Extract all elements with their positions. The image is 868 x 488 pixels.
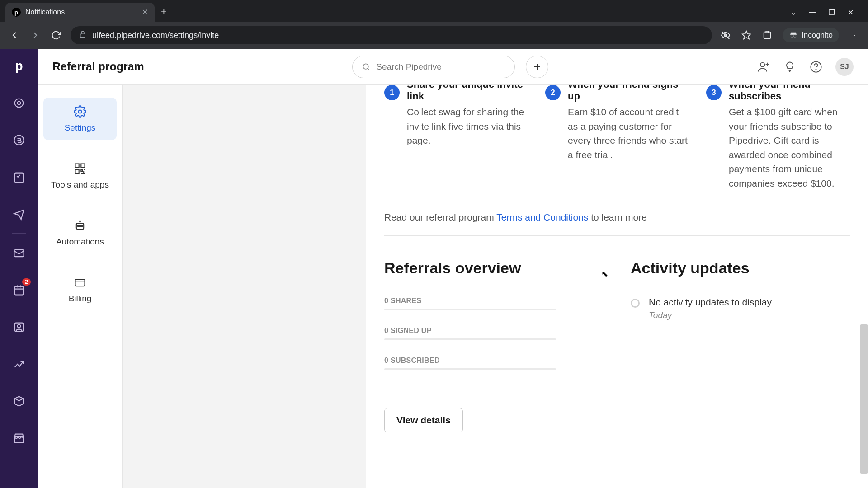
stat-signed-up: 0 SIGNED UP	[384, 327, 604, 340]
rail-item-leads[interactable]	[10, 94, 28, 112]
extensions-icon[interactable]	[762, 30, 773, 41]
activity-dot-icon	[631, 299, 640, 308]
url-text: uifeed.pipedrive.com/settings/invite	[92, 31, 219, 40]
rail-item-deals[interactable]	[10, 131, 28, 149]
gear-icon	[73, 105, 87, 118]
rail-item-activities[interactable]: 2	[10, 281, 28, 299]
svg-rect-11	[15, 173, 24, 183]
app-logo[interactable]: p	[10, 57, 28, 75]
incognito-label: Incognito	[802, 31, 833, 40]
rail-item-campaigns[interactable]	[10, 205, 28, 223]
step-badge: 2	[545, 85, 561, 100]
maximize-icon[interactable]: ❐	[829, 8, 835, 17]
referrals-overview: Referrals overview 0 SHARES 0 SIGNED UP …	[384, 259, 604, 432]
cursor-icon: ⬉	[601, 269, 608, 279]
rail-badge: 2	[22, 278, 31, 286]
search-input[interactable]	[376, 62, 505, 72]
add-button[interactable]: +	[526, 56, 548, 78]
forward-button[interactable]	[29, 29, 42, 42]
assistant-icon[interactable]	[783, 60, 797, 74]
search-icon	[362, 62, 371, 72]
svg-rect-27	[75, 279, 85, 286]
window-controls: ⌄ ― ❐ ✕	[790, 3, 863, 22]
rail-separator	[12, 233, 26, 234]
stat-subscribed: 0 SUBSCRIBED	[384, 357, 604, 370]
tab-title: Notifications	[25, 8, 65, 16]
reload-button[interactable]	[50, 29, 62, 42]
scrollbar[interactable]	[860, 324, 868, 474]
steps-row: 1 Share your unique invite link Collect …	[384, 85, 850, 190]
step-3: 3 When your friend subscribes Get a $100…	[706, 85, 850, 190]
svg-point-6	[791, 35, 793, 37]
top-header: Referral program + SJ	[38, 49, 868, 85]
step-2: 2 When your friend signs up Earn $10 of …	[545, 85, 689, 190]
step-desc: Earn $10 of account credit as a paying c…	[568, 105, 689, 162]
sidebar-item-label: Automations	[56, 237, 104, 247]
sidebar-item-automations[interactable]: Automations	[43, 211, 117, 254]
rail-item-marketplace[interactable]	[10, 429, 28, 447]
sidebar-item-billing[interactable]: Billing	[43, 268, 117, 311]
invite-users-icon[interactable]	[757, 60, 770, 74]
view-details-button[interactable]: View details	[384, 408, 463, 432]
search-box[interactable]	[352, 56, 515, 78]
rail-item-mail[interactable]	[10, 244, 28, 262]
terms-link[interactable]: Terms and Conditions	[496, 212, 588, 222]
tracking-protection-icon[interactable]	[720, 30, 731, 41]
address-bar: uifeed.pipedrive.com/settings/invite Inc…	[0, 22, 868, 49]
page-title: Referral program	[52, 60, 144, 73]
qr-icon	[73, 162, 87, 175]
stat-shares: 0 SHARES	[384, 297, 604, 310]
sidebar-item-label: Billing	[69, 294, 92, 304]
avatar[interactable]: SJ	[835, 58, 854, 76]
svg-point-8	[15, 99, 24, 108]
tab-bar: p Notifications ✕ + ⌄ ― ❐ ✕	[0, 0, 868, 22]
activity-empty-text: No activity updates to display	[649, 297, 772, 308]
favicon-icon: p	[12, 8, 21, 17]
svg-point-9	[18, 102, 21, 105]
help-icon[interactable]	[809, 60, 823, 74]
svg-point-15	[18, 324, 21, 328]
terms-pre: Read our referral program	[384, 212, 496, 222]
svg-rect-12	[14, 250, 24, 257]
rail-item-insights[interactable]	[10, 355, 28, 373]
svg-point-17	[760, 62, 764, 66]
activity-updates: Activity updates No activity updates to …	[631, 259, 850, 432]
close-window-icon[interactable]: ✕	[848, 8, 854, 17]
svg-point-20	[79, 110, 82, 113]
sidebar-item-tools[interactable]: Tools and apps	[43, 155, 117, 197]
stat-bar	[384, 309, 556, 310]
overview-heading: Referrals overview	[384, 259, 604, 277]
main-panel: 1 Share your unique invite link Collect …	[366, 85, 868, 488]
settings-sidebar: Settings Tools and apps Automations	[38, 85, 122, 488]
tabs-dropdown-icon[interactable]: ⌄	[790, 8, 796, 17]
minimize-icon[interactable]: ―	[809, 8, 816, 16]
browser-tab[interactable]: p Notifications ✕	[5, 3, 155, 22]
sidebar-item-label: Tools and apps	[51, 180, 109, 190]
svg-rect-13	[15, 286, 24, 295]
spacer-column	[122, 85, 366, 488]
step-title: When your friend subscribes	[729, 85, 850, 102]
back-button[interactable]	[8, 29, 21, 42]
step-badge: 1	[384, 85, 400, 100]
rail-item-products[interactable]	[10, 392, 28, 410]
step-title: When your friend signs up	[568, 85, 689, 102]
rail-item-contacts[interactable]	[10, 318, 28, 336]
step-desc: Get a $100 gift card when your friends s…	[729, 105, 850, 190]
terms-post: to learn more	[588, 212, 647, 222]
card-icon	[73, 276, 87, 289]
browser-menu-icon[interactable]: ⋮	[849, 30, 860, 41]
svg-point-19	[816, 69, 816, 70]
close-tab-icon[interactable]: ✕	[142, 7, 148, 17]
bookmark-star-icon[interactable]	[741, 30, 752, 41]
step-badge: 3	[706, 85, 722, 100]
new-tab-button[interactable]: +	[161, 5, 167, 17]
activity-item: No activity updates to display Today	[631, 297, 850, 320]
svg-point-16	[363, 64, 369, 69]
sidebar-item-settings[interactable]: Settings	[43, 98, 117, 140]
incognito-badge[interactable]: Incognito	[783, 28, 839, 42]
url-field[interactable]: uifeed.pipedrive.com/settings/invite	[71, 26, 712, 44]
rail-item-projects[interactable]	[10, 168, 28, 186]
svg-rect-23	[75, 169, 79, 173]
svg-point-7	[794, 35, 796, 37]
step-1: 1 Share your unique invite link Collect …	[384, 85, 528, 190]
